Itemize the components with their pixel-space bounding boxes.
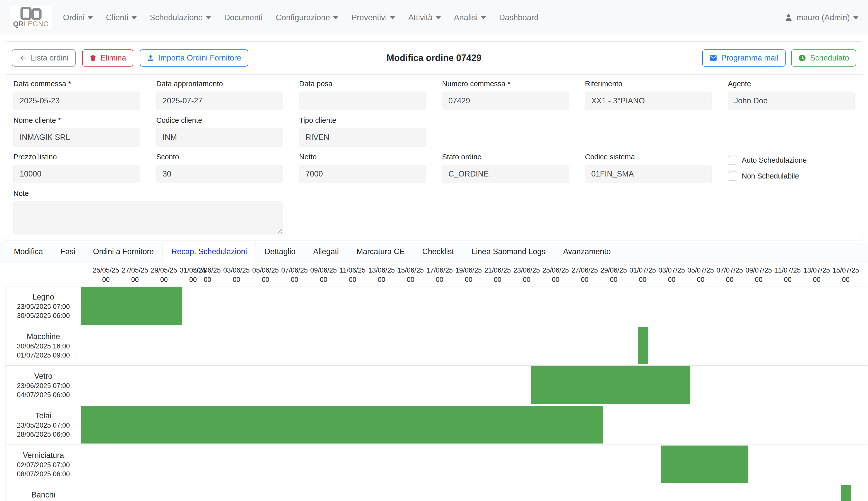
import-button-label: Importa Ordini Fornitore	[158, 53, 241, 63]
nav-item-label: Analisi	[454, 13, 478, 22]
nav-item-preventivi[interactable]: Preventivi	[351, 13, 395, 22]
time-tick: 03/06/2500	[223, 266, 250, 284]
order-tabs: ModificaFasiOrdini a FornitoreRecap. Sch…	[0, 242, 868, 262]
time-tick: 25/05/2500	[93, 266, 119, 284]
tick-date-label: 07/07/25	[717, 266, 743, 275]
field-label: Tipo cliente	[299, 116, 426, 125]
delete-button-label: Elimina	[100, 53, 126, 63]
gantt-row-telai: Telai23/05/2025 07:0028/06/2025 06:00	[6, 405, 868, 445]
gantt-row-label: Verniciatura02/07/2025 07:0008/07/2025 0…	[6, 445, 81, 484]
field-label: Riferimento	[585, 80, 712, 88]
note-textarea[interactable]	[13, 201, 283, 234]
nav-item-analisi[interactable]: Analisi	[454, 13, 486, 22]
field-label: Data posa	[299, 80, 426, 88]
phase-name: Banchi	[32, 490, 55, 500]
gantt-row-label: Macchine30/06/2025 16:0001/07/2025 09:00	[6, 326, 81, 365]
data-posa-input[interactable]	[299, 92, 426, 110]
tab-linea-saomand-logs[interactable]: Linea Saomand Logs	[463, 242, 554, 262]
tab-avanzamento[interactable]: Avanzamento	[554, 242, 619, 262]
netto-input[interactable]: 7000	[299, 164, 426, 183]
phase-start-datetime: 23/06/2025 07:00	[17, 382, 70, 390]
back-to-orders-button[interactable]: Lista ordini	[12, 50, 76, 66]
tick-hour-label: 00	[252, 275, 279, 284]
riferimento-input[interactable]: XX1 - 3°PIANO	[585, 92, 712, 110]
nav-item-dashboard[interactable]: Dashboard	[499, 13, 539, 22]
nav-item-attivita[interactable]: Attività	[408, 13, 441, 22]
tick-hour-label: 00	[455, 275, 482, 284]
tab-allegati[interactable]: Allegati	[304, 242, 348, 262]
tab-checklist[interactable]: Checklist	[413, 242, 463, 262]
gantt-bar[interactable]	[661, 446, 748, 483]
checkbox-auto-schedulazione[interactable]: Auto Schedulazione	[728, 156, 855, 165]
tick-hour-label: 00	[223, 275, 250, 284]
gantt-row-verniciatura: Verniciatura02/07/2025 07:0008/07/2025 0…	[6, 445, 868, 484]
data-commessa-input[interactable]: 2025-05-23	[13, 92, 140, 110]
numero-commessa-input[interactable]: 07429	[442, 92, 569, 110]
tab-dettaglio[interactable]: Dettaglio	[256, 242, 304, 262]
tab-fasi[interactable]: Fasi	[52, 242, 84, 262]
sconto-input[interactable]: 30	[156, 164, 283, 183]
nav-item-ordini[interactable]: Ordini	[63, 13, 93, 22]
field-sconto: Sconto30	[156, 153, 283, 183]
header-left-actions: Lista ordini Elimina Importa Ordini Forn…	[12, 50, 387, 66]
tick-hour-label: 00	[339, 275, 366, 284]
field-label: Data approntamento	[156, 80, 283, 88]
nav-item-label: Attività	[408, 13, 433, 22]
phase-end-datetime: 04/07/2025 06:00	[17, 391, 70, 399]
gantt-bar[interactable]	[81, 406, 603, 444]
checkbox-box[interactable]	[728, 156, 737, 165]
codice-sistema-input[interactable]: 01FIN_SMA	[585, 164, 712, 183]
tick-hour-label: 00	[658, 275, 685, 284]
top-navbar: QRLEGNO OrdiniClientiSchedulazioneDocume…	[0, 0, 868, 35]
tick-hour-label: 00	[833, 275, 859, 284]
agente-input[interactable]: John Doe	[728, 92, 855, 110]
chevron-down-icon	[481, 17, 486, 19]
tick-date-label: 27/05/25	[122, 266, 148, 275]
tipo-cliente-input[interactable]: RIVEN	[299, 128, 426, 147]
tab-marcatura-ce[interactable]: Marcatura CE	[348, 242, 413, 262]
stato-ordine-input[interactable]: C_ORDINE	[442, 164, 569, 183]
import-supplier-orders-button[interactable]: Importa Ordini Fornitore	[140, 50, 248, 66]
gantt-bar[interactable]	[841, 485, 851, 501]
gantt-bar[interactable]	[531, 366, 690, 404]
time-tick: 11/07/2500	[775, 266, 801, 284]
phase-name: Telai	[35, 411, 52, 420]
tick-hour-label: 00	[600, 275, 627, 284]
gantt-row-track	[81, 326, 868, 365]
nav-item-schedulazione[interactable]: Schedulazione	[150, 13, 211, 22]
gantt-bar[interactable]	[638, 327, 648, 364]
tab-modifica[interactable]: Modifica	[5, 242, 52, 262]
data-approntamento-input[interactable]: 2025-07-27	[156, 92, 283, 110]
field-data-commessa: Data commessa *2025-05-23	[13, 80, 140, 110]
tab-ordini-a-fornitore[interactable]: Ordini a Fornitore	[84, 242, 163, 262]
field-label: Prezzo listino	[13, 153, 140, 161]
field-codice-sistema: Codice sistema01FIN_SMA	[585, 153, 712, 183]
field-numero-commessa: Numero commessa *07429	[442, 80, 569, 110]
user-menu[interactable]: mauro (Admin)	[784, 13, 858, 22]
checkbox-box[interactable]	[728, 171, 737, 181]
brand-text: QRLEGNO	[13, 21, 49, 28]
gantt-timeline-header: 25/05/250027/05/250029/05/250031/05/2500…	[81, 262, 868, 286]
tick-hour-label: 00	[687, 275, 714, 284]
envelope-icon	[709, 54, 717, 62]
nav-item-documenti[interactable]: Documenti	[224, 13, 263, 22]
nome-cliente-input[interactable]: INMAGIK SRL	[13, 128, 140, 147]
schedule-mail-button[interactable]: Programma mail	[702, 50, 785, 66]
gantt-bar[interactable]	[81, 287, 182, 325]
gantt-row-label: Telai23/05/2025 07:0028/06/2025 06:00	[6, 405, 81, 445]
nav-item-clienti[interactable]: Clienti	[106, 13, 137, 22]
delete-order-button[interactable]: Elimina	[82, 50, 133, 66]
nav-item-configurazione[interactable]: Configurazione	[276, 13, 338, 22]
tick-hour-label: 00	[368, 275, 395, 284]
codice-cliente-input[interactable]: INM	[156, 128, 283, 147]
prezzo-listino-input[interactable]: 10000	[13, 164, 140, 183]
qrlegno-logo[interactable]: QRLEGNO	[10, 6, 52, 30]
tick-hour-label: 00	[542, 275, 569, 284]
tick-hour-label: 00	[629, 275, 656, 284]
tick-date-label: 05/06/25	[252, 266, 279, 275]
checkbox-non-schedulabile[interactable]: Non Schedulabile	[728, 171, 855, 181]
scheduled-status-button[interactable]: Schedulato	[791, 50, 856, 66]
tab-recap-schedulazioni[interactable]: Recap. Schedulazioni	[163, 242, 256, 262]
nav-item-label: Documenti	[224, 13, 263, 22]
tick-date-label: 19/06/25	[455, 266, 482, 275]
